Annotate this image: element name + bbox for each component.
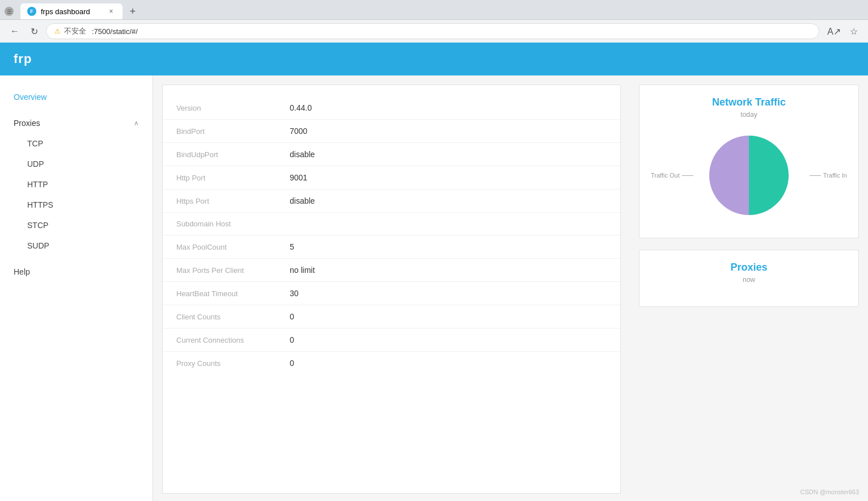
table-row: Current Connections 0 bbox=[163, 329, 620, 352]
address-bar: ← ↻ ⚠ 不安全 :7500/static/#/ A↗ ☆ bbox=[0, 19, 868, 43]
browser-window-controls: ☰ bbox=[5, 7, 14, 16]
sidebar-item-help[interactable]: Help bbox=[0, 262, 153, 282]
info-value: 0.44.0 bbox=[276, 96, 620, 120]
info-label: Version bbox=[163, 96, 276, 120]
info-value: 5 bbox=[276, 235, 620, 259]
info-value: 0 bbox=[276, 329, 620, 352]
info-label: Max Ports Per Client bbox=[163, 259, 276, 282]
sidebar-proxies-label: Proxies bbox=[14, 119, 40, 128]
proxies-subtitle: now bbox=[651, 276, 847, 284]
table-row: Client Counts 0 bbox=[163, 305, 620, 329]
info-panel: Version 0.44.0 BindPort 7000 BindUdpPort… bbox=[162, 85, 621, 494]
tab-bar: ☰ F frps dashboard × + bbox=[0, 0, 868, 19]
table-row: BindPort 7000 bbox=[163, 120, 620, 143]
network-traffic-subtitle: today bbox=[651, 111, 847, 119]
traffic-out-legend: Traffic Out bbox=[651, 172, 693, 179]
info-label: Subdomain Host bbox=[163, 213, 276, 235]
info-value: 0 bbox=[276, 352, 620, 375]
info-value: 0 bbox=[276, 305, 620, 329]
info-table: Version 0.44.0 BindPort 7000 BindUdpPort… bbox=[163, 96, 620, 374]
network-traffic-title: Network Traffic bbox=[651, 96, 847, 108]
sidebar-item-https[interactable]: HTTPS bbox=[0, 195, 153, 215]
info-value: 9001 bbox=[276, 166, 620, 190]
pie-chart bbox=[704, 130, 794, 221]
proxies-section: Proxies now bbox=[639, 250, 859, 307]
tab-title: frps dashboard bbox=[41, 7, 90, 16]
main-content: Version 0.44.0 BindPort 7000 BindUdpPort… bbox=[153, 75, 868, 501]
info-value: 7000 bbox=[276, 120, 620, 143]
security-warning-icon: ⚠ bbox=[54, 27, 61, 35]
info-label: Http Port bbox=[163, 166, 276, 190]
table-row: Proxy Counts 0 bbox=[163, 352, 620, 375]
sidebar-sub-items: TCP UDP HTTP HTTPS STCP SUDP bbox=[0, 133, 153, 256]
info-value bbox=[276, 213, 620, 235]
sidebar: Overview Proxies ∧ TCP UDP HTTP HTTPS ST… bbox=[0, 75, 153, 501]
info-value: disable bbox=[276, 143, 620, 166]
table-row: Version 0.44.0 bbox=[163, 96, 620, 120]
chevron-up-icon: ∧ bbox=[134, 119, 139, 127]
table-row: Https Port disable bbox=[163, 190, 620, 213]
sidebar-toggle-btn[interactable]: ☰ bbox=[5, 7, 14, 16]
info-value: 30 bbox=[276, 282, 620, 305]
network-traffic-section: Network Traffic today Traffic Out bbox=[639, 85, 859, 238]
traffic-in-line bbox=[810, 175, 821, 176]
pie-chart-container: Traffic Out Traffic In bbox=[651, 130, 847, 221]
app-header: frp bbox=[0, 43, 868, 75]
info-label: Proxy Counts bbox=[163, 352, 276, 375]
security-warning-text: 不安全 bbox=[64, 26, 86, 36]
address-text: :7500/static/#/ bbox=[92, 27, 138, 36]
traffic-out-label: Traffic Out bbox=[651, 172, 680, 179]
browser-toolbar: A↗ ☆ bbox=[824, 24, 861, 39]
bookmark-button[interactable]: ☆ bbox=[846, 24, 861, 39]
sidebar-item-tcp[interactable]: TCP bbox=[0, 133, 153, 154]
tab-favicon: F bbox=[27, 7, 36, 16]
watermark: CSDN @monster663 bbox=[801, 489, 859, 495]
sidebar-item-sudp[interactable]: SUDP bbox=[0, 235, 153, 256]
table-row: HeartBeat Timeout 30 bbox=[163, 282, 620, 305]
traffic-in-label: Traffic In bbox=[823, 172, 847, 179]
info-label: BindUdpPort bbox=[163, 143, 276, 166]
traffic-in-legend: Traffic In bbox=[810, 172, 847, 179]
app-body: Overview Proxies ∧ TCP UDP HTTP HTTPS ST… bbox=[0, 75, 868, 501]
info-label: Current Connections bbox=[163, 329, 276, 352]
reload-button[interactable]: ↻ bbox=[27, 25, 41, 38]
back-button[interactable]: ← bbox=[7, 25, 23, 37]
info-label: BindPort bbox=[163, 120, 276, 143]
info-label: Https Port bbox=[163, 190, 276, 213]
right-panel: Network Traffic today Traffic Out bbox=[630, 75, 868, 501]
traffic-out-line bbox=[682, 175, 693, 176]
app-brand: frp bbox=[14, 52, 32, 66]
table-row: Subdomain Host bbox=[163, 213, 620, 235]
new-tab-button[interactable]: + bbox=[125, 3, 141, 19]
table-row: BindUdpPort disable bbox=[163, 143, 620, 166]
sidebar-item-overview[interactable]: Overview bbox=[0, 87, 153, 107]
translate-button[interactable]: A↗ bbox=[824, 24, 844, 39]
info-label: HeartBeat Timeout bbox=[163, 282, 276, 305]
proxies-title: Proxies bbox=[651, 262, 847, 273]
sidebar-item-proxies[interactable]: Proxies ∧ bbox=[0, 113, 153, 133]
table-row: Max Ports Per Client no limit bbox=[163, 259, 620, 282]
sidebar-item-http[interactable]: HTTP bbox=[0, 174, 153, 195]
sidebar-proxies-section: Proxies ∧ TCP UDP HTTP HTTPS STCP SUDP bbox=[0, 113, 153, 256]
info-label: Client Counts bbox=[163, 305, 276, 329]
table-row: Max PoolCount 5 bbox=[163, 235, 620, 259]
active-tab[interactable]: F frps dashboard × bbox=[20, 3, 122, 19]
address-input[interactable]: ⚠ 不安全 :7500/static/#/ bbox=[46, 23, 819, 39]
browser-chrome: ☰ F frps dashboard × + ← ↻ ⚠ 不安全 :7500/s… bbox=[0, 0, 868, 43]
tab-close-button[interactable]: × bbox=[107, 7, 116, 16]
sidebar-item-stcp[interactable]: STCP bbox=[0, 215, 153, 235]
table-row: Http Port 9001 bbox=[163, 166, 620, 190]
info-value: no limit bbox=[276, 259, 620, 282]
info-value: disable bbox=[276, 190, 620, 213]
sidebar-item-udp[interactable]: UDP bbox=[0, 154, 153, 174]
info-label: Max PoolCount bbox=[163, 235, 276, 259]
